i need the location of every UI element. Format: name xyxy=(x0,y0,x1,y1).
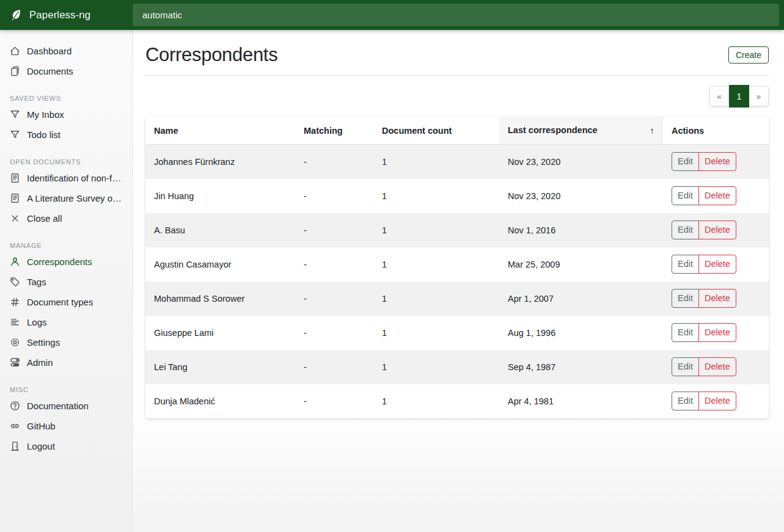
correspondent-name: Lei Tang xyxy=(145,350,295,384)
last-correspondence-date: Nov 23, 2020 xyxy=(499,179,663,213)
app-brand[interactable]: Paperless-ng xyxy=(0,0,133,30)
sidebar-section-title-saved-views: SAVED VIEWS xyxy=(10,95,122,102)
edit-button[interactable]: Edit xyxy=(672,357,699,376)
sidebar-item-documents[interactable]: Documents xyxy=(0,61,132,81)
sidebar-item-label: Documentation xyxy=(27,401,89,411)
delete-button[interactable]: Delete xyxy=(698,255,736,274)
edit-button[interactable]: Edit xyxy=(672,255,699,274)
last-correspondence-date: Nov 23, 2020 xyxy=(499,145,663,179)
sidebar-item-dashboard[interactable]: Dashboard xyxy=(0,41,132,61)
correspondents-table-body: Johannes Fürnkranz-1Nov 23, 2020EditDele… xyxy=(145,145,769,418)
actions-cell: EditDelete xyxy=(663,179,769,213)
sort-ascending-icon: ↑ xyxy=(650,125,655,136)
pagination-page-1-button[interactable]: 1 xyxy=(729,85,749,107)
edit-button[interactable]: Edit xyxy=(672,289,699,308)
last-correspondence-date: Apr 4, 1981 xyxy=(499,384,663,418)
table-row: Giuseppe Lami-1Aug 1, 1996EditDelete xyxy=(145,316,769,350)
delete-button[interactable]: Delete xyxy=(698,289,736,308)
sidebar-item-correspondents[interactable]: Correspondents xyxy=(0,252,132,272)
sidebar-item-github[interactable]: GitHub xyxy=(0,416,132,436)
top-navbar: Paperless-ng xyxy=(0,0,784,30)
actions-cell: EditDelete xyxy=(663,213,769,247)
sidebar-item-tags[interactable]: Tags xyxy=(0,272,132,292)
sidebar-item-label: GitHub xyxy=(27,421,56,431)
sidebar-item-documentation[interactable]: Documentation xyxy=(0,396,132,416)
row-actions-group: EditDelete xyxy=(672,289,736,308)
column-header-document-count[interactable]: Document count xyxy=(373,117,499,145)
sidebar-item-close-all[interactable]: Close all xyxy=(0,208,132,228)
sidebar-item-label: Document types xyxy=(27,297,93,307)
sidebar-item-my-inbox[interactable]: My Inbox xyxy=(0,104,132,125)
document-count: 1 xyxy=(373,316,499,350)
row-actions-group: EditDelete xyxy=(672,186,736,205)
sidebar-item-document-types[interactable]: Document types xyxy=(0,292,132,312)
edit-button[interactable]: Edit xyxy=(672,152,699,171)
correspondent-name: Giuseppe Lami xyxy=(145,316,295,350)
brand-name: Paperless-ng xyxy=(29,9,90,21)
tag-icon xyxy=(10,277,20,287)
sidebar-item-todo-list[interactable]: Todo list xyxy=(0,125,132,145)
column-header-actions[interactable]: Actions xyxy=(663,117,769,145)
column-header-name[interactable]: Name xyxy=(145,117,295,145)
sidebar-item-admin[interactable]: Admin xyxy=(0,352,132,373)
sidebar-item-logout[interactable]: Logout xyxy=(0,436,132,456)
pagination-previous-button[interactable]: « xyxy=(709,86,729,106)
column-header-matching[interactable]: Matching xyxy=(295,117,373,145)
column-header-last-correspondence[interactable]: ↑ Last correspondence xyxy=(499,117,663,145)
row-actions-group: EditDelete xyxy=(672,392,736,410)
edit-button[interactable]: Edit xyxy=(672,220,699,239)
sidebar-item-label: A Literature Survey on ... xyxy=(27,193,122,203)
document-count: 1 xyxy=(373,179,499,213)
person-icon xyxy=(10,257,20,267)
sidebar-item-identification-of-non-fu[interactable]: Identification of non-fu... xyxy=(0,168,132,188)
delete-button[interactable]: Delete xyxy=(698,323,736,342)
document-count: 1 xyxy=(373,350,499,384)
matching-value: - xyxy=(295,179,373,213)
table-row: Lei Tang-1Sep 4, 1987EditDelete xyxy=(145,350,769,384)
pagination-next-button[interactable]: » xyxy=(749,86,769,106)
last-correspondence-date: Sep 4, 1987 xyxy=(499,350,663,384)
sidebar-item-a-literature-survey-on[interactable]: A Literature Survey on ... xyxy=(0,188,132,208)
create-button[interactable]: Create xyxy=(728,46,769,64)
file-text-icon xyxy=(10,173,20,183)
sidebar-item-label: Admin xyxy=(27,357,53,368)
sidebar-item-label: Correspondents xyxy=(27,257,92,267)
correspondent-name: Jin Huang xyxy=(145,179,295,213)
delete-button[interactable]: Delete xyxy=(698,152,736,171)
sidebar-item-label: My Inbox xyxy=(27,109,64,120)
edit-button[interactable]: Edit xyxy=(672,323,699,342)
sidebar-item-label: Close all xyxy=(27,213,62,224)
actions-cell: EditDelete xyxy=(663,282,769,316)
search-input[interactable] xyxy=(133,4,779,26)
correspondent-name: Agustin Casamayor xyxy=(145,247,295,282)
row-actions-group: EditDelete xyxy=(672,323,736,342)
actions-cell: EditDelete xyxy=(663,145,769,179)
matching-value: - xyxy=(295,316,373,350)
edit-button[interactable]: Edit xyxy=(672,392,699,410)
row-actions-group: EditDelete xyxy=(672,255,736,274)
sidebar-item-label: Todo list xyxy=(27,129,60,140)
delete-button[interactable]: Delete xyxy=(698,357,736,376)
correspondent-name: Mohammad S Sorower xyxy=(145,282,295,316)
files-icon xyxy=(10,66,20,76)
delete-button[interactable]: Delete xyxy=(698,186,736,205)
actions-cell: EditDelete xyxy=(663,384,769,418)
table-row: Agustin Casamayor-1Mar 25, 2009EditDelet… xyxy=(145,247,769,282)
actions-cell: EditDelete xyxy=(663,247,769,282)
page-header: Correspondents Create xyxy=(145,44,769,76)
table-row: Mohammad S Sorower-1Apr 1, 2007EditDelet… xyxy=(145,282,769,316)
last-correspondence-date: Nov 1, 2016 xyxy=(499,213,663,247)
edit-button[interactable]: Edit xyxy=(672,186,699,205)
delete-button[interactable]: Delete xyxy=(698,220,736,239)
correspondents-table: Name Matching Document count ↑ Last corr… xyxy=(145,117,769,418)
link-icon xyxy=(10,421,20,431)
question-circle-icon xyxy=(10,401,20,411)
correspondents-table-card: Name Matching Document count ↑ Last corr… xyxy=(145,117,769,418)
pagination: « 1 » xyxy=(709,86,769,106)
document-count: 1 xyxy=(373,213,499,247)
matching-value: - xyxy=(295,384,373,418)
sidebar-item-logs[interactable]: Logs xyxy=(0,312,132,332)
sidebar-item-settings[interactable]: Settings xyxy=(0,332,132,352)
delete-button[interactable]: Delete xyxy=(698,392,736,410)
matching-value: - xyxy=(295,350,373,384)
